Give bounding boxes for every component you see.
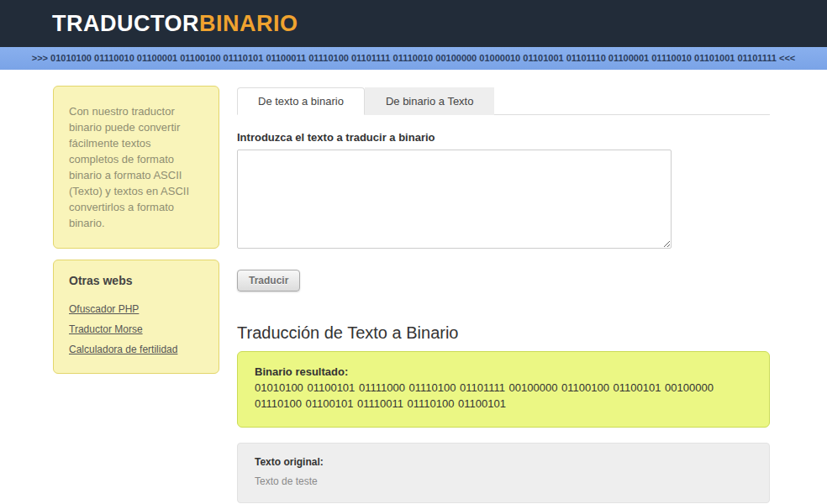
site-logo[interactable]: TRADUCTORBINARIO (52, 11, 298, 37)
logo-text-traductor: TRADUCTOR (52, 11, 199, 36)
original-text-label: Texto original: (255, 456, 752, 468)
binary-ticker-bar: >>> 01010100 01110010 01100001 01100100 … (0, 47, 827, 70)
other-webs-box: Otras webs Ofuscador PHP Traductor Morse… (53, 260, 219, 374)
binary-result-label: Binario resultado: (255, 365, 752, 378)
result-heading: Traducción de Texto a Binario (237, 323, 770, 343)
main-panel: De texto a binario De binario a Texto In… (237, 86, 770, 503)
intro-text: Con nuestro traductor binario puede conv… (69, 105, 189, 229)
tab-texto-a-binario[interactable]: De texto a binario (237, 87, 365, 115)
header: TRADUCTORBINARIO (0, 0, 827, 47)
other-webs-title: Otras webs (69, 274, 203, 287)
original-text-box: Texto original: Texto de teste (237, 443, 770, 503)
binary-result-value: 01010100 01100101 01111000 01110100 0110… (255, 380, 752, 412)
binary-result-box: Binario resultado: 01010100 01100101 011… (237, 351, 770, 428)
link-calculadora-fertilidad[interactable]: Calculadora de fertilidad (69, 344, 177, 355)
link-traductor-morse[interactable]: Traductor Morse (69, 323, 143, 335)
binary-ticker-text: >>> 01010100 01110010 01100001 01100100 … (32, 53, 796, 63)
tab-binario-a-texto[interactable]: De binario a Texto (365, 87, 495, 115)
intro-box: Con nuestro traductor binario puede conv… (53, 86, 219, 249)
link-ofuscador-php[interactable]: Ofuscador PHP (69, 303, 139, 315)
textarea-label: Introduzca el texto a traducir a binario (237, 131, 770, 144)
page-content: Con nuestro traductor binario puede conv… (0, 70, 827, 503)
tab-bar: De texto a binario De binario a Texto (237, 87, 770, 115)
translate-button[interactable]: Traducir (237, 270, 300, 291)
text-to-translate-input[interactable] (237, 150, 672, 249)
original-text-value: Texto de teste (255, 475, 752, 487)
logo-text-binario: BINARIO (199, 11, 298, 36)
sidebar: Con nuestro traductor binario puede conv… (53, 86, 219, 503)
